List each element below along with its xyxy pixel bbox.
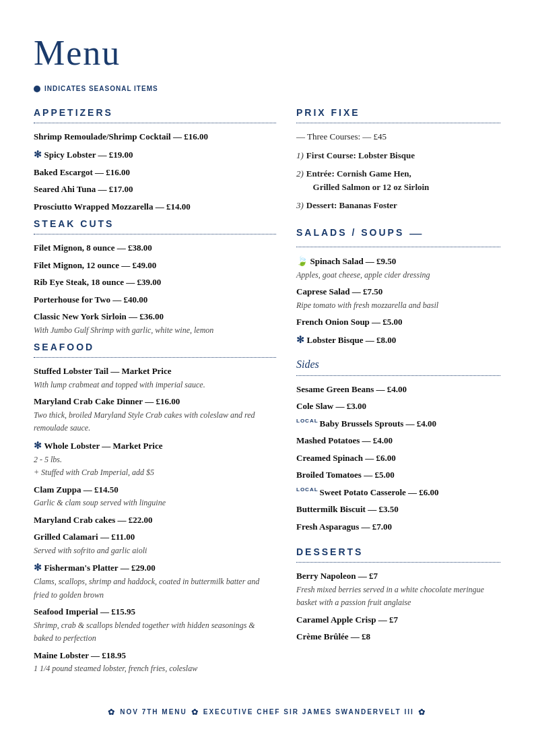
list-item: 3) Dessert: Bananas Foster — [296, 199, 500, 212]
list-item: Buttermilk Biscuit — £3.50 — [296, 503, 500, 516]
list-item: Rib Eye Steak, 18 ounce — £39.00 — [34, 276, 276, 289]
list-item: French Onion Soup — £5.00 — [296, 315, 500, 329]
local-marker-icon: LOCAL — [296, 418, 319, 424]
seasonal-marker-icon: ✻ — [34, 150, 44, 160]
list-item: Caprese Salad — £7.50 Ripe tomato with f… — [296, 285, 500, 311]
seasonal-dot-icon — [34, 86, 40, 92]
sides-section: Sides Sesame Green Beans — £4.00 Cole Sl… — [296, 356, 500, 534]
list-item: Maryland Crab cakes — £22.00 — [34, 513, 276, 527]
seafood-items: Stuffed Lobster Tail — Market Price With… — [34, 365, 276, 675]
list-item: Stuffed Lobster Tail — Market Price With… — [34, 365, 276, 391]
seasonal-marker-icon: ✻ — [34, 563, 44, 573]
list-item: Cole Slaw — £3.00 — [296, 400, 500, 413]
list-item: ✻ Fisherman's Platter — £29.00 Clams, sc… — [34, 561, 276, 601]
list-item: Filet Mignon, 12 ounce — £49.00 — [34, 259, 276, 272]
list-item: Caramel Apple Crisp — £7 — [296, 613, 500, 627]
prix-fixe-section: Prix Fixe — Three Courses: — £45 1) Firs… — [296, 106, 500, 212]
list-item: Fresh Asparagus — £7.00 — [296, 520, 500, 534]
desserts-items: Berry Napoleon — £7 Fresh mixed berries … — [296, 569, 500, 643]
seasonal-marker-icon: ✻ — [296, 335, 307, 345]
seasonal-marker-icon: ✻ — [34, 441, 44, 451]
desserts-section: Desserts Berry Napoleon — £7 Fresh mixed… — [296, 545, 500, 643]
seasonal-note: indicates seasonal items — [34, 84, 500, 94]
list-item: 2) Entrée: Cornish Game Hen, Grilled Sal… — [296, 167, 500, 193]
list-item: LOCALBaby Brussels Sprouts — £4.00 — [296, 417, 500, 431]
list-item: Porterhouse for Two — £40.00 — [34, 293, 276, 307]
list-item: Seafood Imperial — £15.95 Shrimp, crab &… — [34, 605, 276, 645]
list-item: Berry Napoleon — £7 Fresh mixed berries … — [296, 569, 500, 609]
list-item: Grilled Calamari — £11.00 Served with so… — [34, 530, 276, 557]
list-item: Creamed Spinach — £6.00 — [296, 451, 500, 465]
list-item: Clam Zuppa — £14.50 Garlic & clam soup s… — [34, 483, 276, 509]
salads-soups-items: 🍃 Spinach Salad — £9.50 Apples, goat che… — [296, 254, 500, 347]
footer-icon-mid: ✿ — [191, 706, 199, 718]
list-item: Classic New York Sirloin — £36.00 With J… — [34, 310, 276, 336]
sides-title: Sides — [296, 356, 500, 373]
seafood-title: Seafood — [34, 340, 276, 354]
salads-soups-title: Salads / Soups — [296, 226, 404, 240]
local-marker-icon: LOCAL — [296, 486, 319, 493]
list-item: Shrimp Remoulade/Shrimp Cocktail — £16.0… — [34, 130, 276, 144]
prix-fixe-courses: 1) First Course: Lobster Bisque 2) Entré… — [296, 149, 500, 212]
list-item: 1) First Course: Lobster Bisque — [296, 149, 500, 162]
list-item: ✻ Whole Lobster — Market Price 2 - 5 lbs… — [34, 439, 276, 479]
page-title: Menu — [34, 27, 500, 80]
appetizers-title: Appetizers — [34, 106, 276, 120]
list-item: Prosciutto Wrapped Mozzarella — £14.00 — [34, 200, 276, 214]
section-dash: — — [409, 224, 422, 244]
list-item: Seared Ahi Tuna — £17.00 — [34, 183, 276, 196]
desserts-title: Desserts — [296, 545, 500, 559]
steak-cuts-title: Steak Cuts — [34, 217, 276, 231]
list-item: ✻ Lobster Bisque — £8.00 — [296, 333, 500, 347]
steak-cuts-items: Filet Mignon, 8 ounce — £38.00 Filet Mig… — [34, 241, 276, 336]
list-item: Crème Brûlée — £8 — [296, 630, 500, 643]
prix-fixe-title: Prix Fixe — [296, 106, 500, 120]
prix-fixe-intro: — Three Courses: — £45 — [296, 130, 500, 144]
appetizers-section: Appetizers Shrimp Remoulade/Shrimp Cockt… — [34, 106, 276, 213]
list-item: Broiled Tomatoes — £5.00 — [296, 468, 500, 482]
salads-soups-section: Salads / Soups — 🍃 Spinach Salad — £9.50… — [296, 224, 500, 347]
leaf-icon: 🍃 — [296, 256, 310, 266]
right-column: Prix Fixe — Three Courses: — £45 1) Firs… — [296, 106, 500, 679]
footer: ✿ Nov 7th Menu ✿ Executive Chef Sir Jame… — [34, 699, 500, 718]
list-item: Baked Escargot — £16.00 — [34, 166, 276, 179]
list-item: Mashed Potatoes — £4.00 — [296, 434, 500, 447]
list-item: LOCALSweet Potato Casserole — £6.00 — [296, 486, 500, 499]
footer-icon-right: ✿ — [418, 706, 426, 718]
left-column: Appetizers Shrimp Remoulade/Shrimp Cockt… — [34, 106, 276, 679]
list-item: Filet Mignon, 8 ounce — £38.00 — [34, 241, 276, 255]
list-item: Maryland Crab Cake Dinner — £16.00 Two t… — [34, 395, 276, 435]
steak-cuts-section: Steak Cuts Filet Mignon, 8 ounce — £38.0… — [34, 217, 276, 336]
list-item: Maine Lobster — £18.95 1 1/4 pound steam… — [34, 649, 276, 675]
seafood-section: Seafood Stuffed Lobster Tail — Market Pr… — [34, 340, 276, 675]
appetizers-items: Shrimp Remoulade/Shrimp Cocktail — £16.0… — [34, 130, 276, 213]
list-item: 🍃 Spinach Salad — £9.50 Apples, goat che… — [296, 254, 500, 282]
footer-icon-left: ✿ — [108, 706, 116, 718]
sides-items: Sesame Green Beans — £4.00 Cole Slaw — £… — [296, 383, 500, 534]
list-item: Sesame Green Beans — £4.00 — [296, 383, 500, 396]
list-item: ✻ Spicy Lobster — £19.00 — [34, 148, 276, 162]
